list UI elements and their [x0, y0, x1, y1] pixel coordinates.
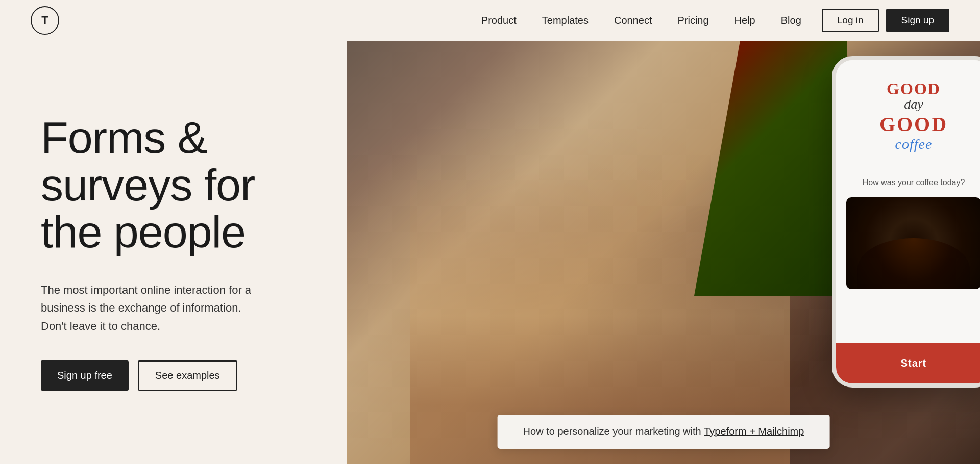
start-button-label: Start: [901, 357, 927, 369]
phone-screen: GOOD day GOOD coffee How was your coffee…: [836, 60, 980, 343]
login-button[interactable]: Log in: [822, 9, 879, 32]
phone-start-button[interactable]: Start: [836, 343, 980, 383]
hero-left: Forms & surveys for the people The most …: [0, 41, 347, 464]
nav-blog[interactable]: Blog: [781, 15, 801, 27]
navbar: T Product Templates Connect Pricing Help…: [0, 0, 980, 41]
mailchimp-link[interactable]: Typeform + Mailchimp: [704, 426, 804, 437]
hero-section: Forms & surveys for the people The most …: [0, 41, 980, 464]
logo-good-text-2: GOOD: [879, 112, 948, 136]
see-examples-button[interactable]: See examples: [138, 360, 237, 391]
logo-good-text: GOOD: [879, 81, 948, 97]
nav-templates[interactable]: Templates: [542, 15, 589, 27]
coffee-question: How was your coffee today?: [863, 178, 965, 187]
signup-button[interactable]: Sign up: [886, 9, 949, 32]
hero-right: GOOD day GOOD coffee How was your coffee…: [347, 41, 980, 464]
signup-free-button[interactable]: Sign up free: [41, 360, 129, 391]
nav-connect[interactable]: Connect: [614, 15, 652, 27]
logo-coffee-text: coffee: [879, 136, 948, 152]
banner-text: How to personalize your marketing with: [523, 426, 704, 437]
phone-mockup: GOOD day GOOD coffee How was your coffee…: [832, 56, 980, 388]
coffee-surface: [857, 238, 970, 289]
nav-help[interactable]: Help: [734, 15, 755, 27]
coffee-image: [846, 197, 980, 289]
nav-product[interactable]: Product: [481, 15, 517, 27]
bottom-banner: How to personalize your marketing with T…: [498, 415, 830, 449]
logo[interactable]: T: [31, 6, 59, 35]
nav-links: Product Templates Connect Pricing Help B…: [481, 15, 801, 27]
hero-buttons: Sign up free See examples: [41, 360, 306, 391]
nav-buttons: Log in Sign up: [822, 9, 949, 32]
hero-subtitle: The most important online interaction fo…: [41, 281, 260, 335]
coffee-logo: GOOD day GOOD coffee: [879, 81, 948, 152]
nav-pricing[interactable]: Pricing: [677, 15, 708, 27]
logo-day-text: day: [879, 97, 948, 112]
hero-title: Forms & surveys for the people: [41, 114, 306, 255]
